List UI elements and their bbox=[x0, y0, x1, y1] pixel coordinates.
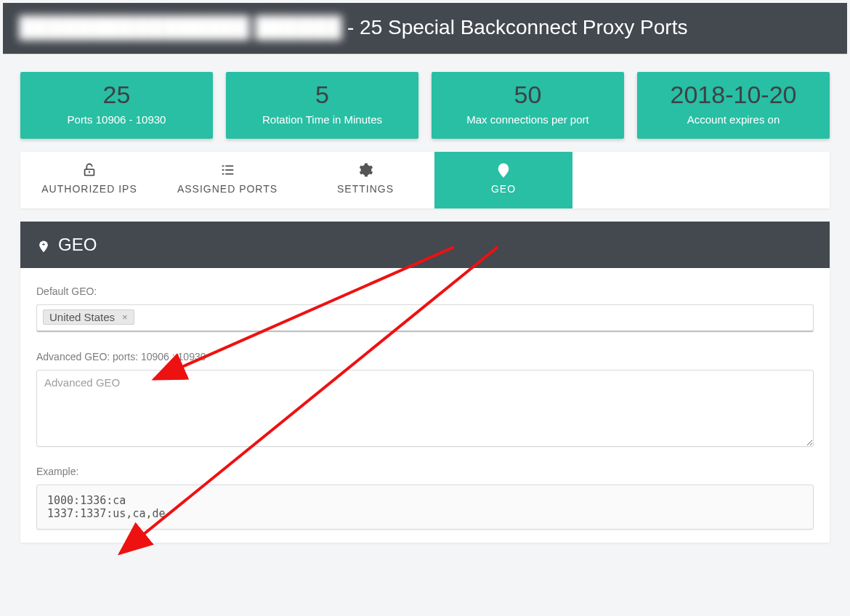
tab-assigned-ports[interactable]: ASSIGNED PORTS bbox=[158, 152, 296, 208]
advanced-geo-textarea[interactable] bbox=[36, 370, 814, 447]
geo-chip[interactable]: United States × bbox=[43, 309, 134, 325]
svg-rect-3 bbox=[225, 166, 233, 167]
svg-text:+: + bbox=[502, 165, 506, 171]
stat-card-rotation: 5 Rotation Time in Minutes bbox=[226, 72, 418, 139]
stat-value: 5 bbox=[232, 81, 413, 109]
advanced-geo-label: Advanced GEO: ports: 10906 : 10930 bbox=[36, 351, 814, 362]
tabs: AUTHORIZED IPS ASSIGNED PORTS SETTINGS +… bbox=[20, 152, 830, 208]
tab-label: AUTHORIZED IPS bbox=[41, 183, 137, 195]
default-geo-label: Default GEO: bbox=[36, 285, 814, 297]
default-geo-input[interactable]: United States × bbox=[36, 304, 814, 332]
tab-settings[interactable]: SETTINGS bbox=[296, 152, 434, 208]
geo-panel-header: + GEO bbox=[20, 222, 830, 268]
lock-open-icon bbox=[23, 162, 155, 178]
stat-card-expires: 2018-10-20 Account expires on bbox=[637, 72, 830, 139]
stat-label: Rotation Time in Minutes bbox=[232, 113, 413, 126]
stat-card-ports: 25 Ports 10906 - 10930 bbox=[20, 72, 213, 139]
gear-icon bbox=[299, 162, 432, 178]
stat-label: Ports 10906 - 10930 bbox=[26, 113, 207, 126]
page-header: ████████████████ ██████ - 25 Special Bac… bbox=[3, 3, 847, 54]
svg-rect-7 bbox=[225, 174, 233, 175]
stat-label: Account expires on bbox=[643, 113, 824, 126]
page-header-hidden: ████████████████ ██████ bbox=[19, 16, 341, 39]
close-icon[interactable]: × bbox=[119, 312, 131, 323]
tab-label: SETTINGS bbox=[337, 183, 394, 195]
stats-row: 25 Ports 10906 - 10930 5 Rotation Time i… bbox=[3, 54, 847, 152]
example-label: Example: bbox=[36, 466, 814, 477]
stat-value: 50 bbox=[437, 81, 618, 109]
tab-label: ASSIGNED PORTS bbox=[177, 183, 278, 195]
stat-value: 25 bbox=[26, 81, 207, 109]
geo-chip-text: United States bbox=[49, 311, 115, 323]
stat-card-maxconn: 50 Max connections per port bbox=[432, 72, 624, 139]
svg-rect-5 bbox=[225, 169, 233, 171]
tab-label: GEO bbox=[491, 183, 516, 195]
page-header-title: - 25 Special Backconnect Proxy Ports bbox=[341, 16, 687, 38]
svg-rect-4 bbox=[222, 169, 224, 171]
geo-panel-body: Default GEO: United States × Advanced GE… bbox=[20, 268, 830, 543]
example-box: 1000:1336:ca 1337:1337:us,ca,de bbox=[36, 485, 814, 530]
svg-text:+: + bbox=[42, 241, 46, 248]
svg-point-1 bbox=[89, 171, 90, 173]
pin-icon: + bbox=[437, 162, 570, 178]
pin-icon: + bbox=[36, 235, 51, 255]
stat-label: Max connections per port bbox=[437, 113, 618, 126]
svg-rect-6 bbox=[222, 174, 224, 175]
geo-panel-title: GEO bbox=[58, 235, 97, 255]
stat-value: 2018-10-20 bbox=[643, 81, 824, 109]
tab-geo[interactable]: + GEO bbox=[434, 152, 572, 208]
list-icon bbox=[161, 162, 294, 178]
geo-panel: + GEO Default GEO: United States × Advan… bbox=[20, 222, 830, 543]
tab-authorized-ips[interactable]: AUTHORIZED IPS bbox=[20, 152, 158, 208]
svg-rect-2 bbox=[222, 166, 224, 167]
